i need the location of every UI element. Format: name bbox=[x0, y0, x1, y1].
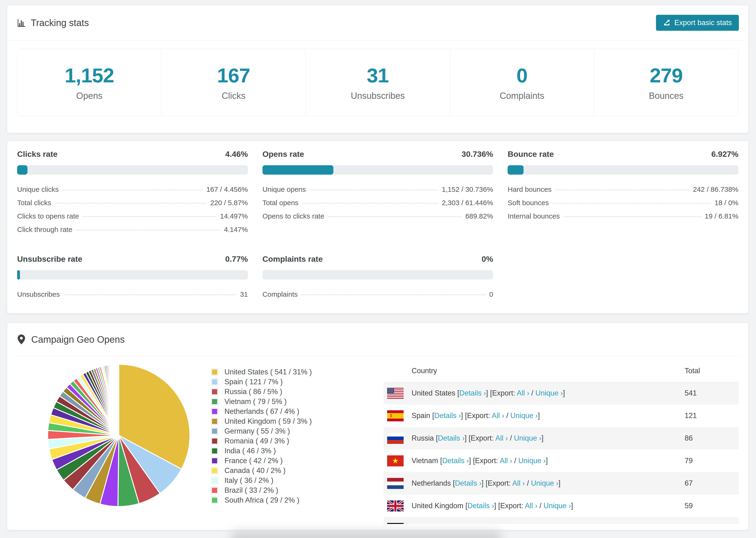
pie-svg[interactable] bbox=[46, 363, 191, 508]
dotted-leader bbox=[555, 190, 689, 190]
export-unique-link[interactable]: Unique › bbox=[544, 502, 571, 510]
export-basic-stats-button[interactable]: Export basic stats bbox=[656, 15, 739, 31]
legend-item-brazil[interactable]: Brazil ( 33 / 2% ) bbox=[211, 485, 312, 495]
legend-item-united-states[interactable]: United States ( 541 / 31% ) bbox=[211, 367, 312, 377]
row-total: 121 bbox=[685, 411, 739, 420]
stat-clicks-value: 167 bbox=[217, 64, 250, 87]
legend-swatch bbox=[211, 418, 218, 425]
clicks-rate-section: Clicks rate 4.46% Unique clicks167 / 4.4… bbox=[17, 149, 248, 239]
legend-swatch bbox=[211, 477, 218, 484]
legend-item-united-kingdom[interactable]: United Kingdom ( 59 / 3% ) bbox=[211, 416, 312, 426]
tracking-stats-header: Tracking stats Export basic stats bbox=[7, 5, 748, 40]
export-unique-link[interactable]: Unique › bbox=[531, 479, 558, 487]
stat-opens-value: 1,152 bbox=[65, 64, 114, 87]
details-link[interactable]: Details › bbox=[442, 457, 469, 465]
table-row-vietnam: Vietnam [Details ›] [Export: All › / Uni… bbox=[384, 450, 739, 472]
clicks-rate-value: 4.46% bbox=[225, 149, 248, 159]
table-row-spain: Spain [Details ›] [Export: All › / Uniqu… bbox=[384, 404, 739, 427]
dotted-leader bbox=[301, 295, 486, 295]
metric-row: Unique clicks167 / 4.456% bbox=[17, 186, 248, 199]
dotted-leader bbox=[328, 216, 461, 217]
stat-bounces: 279 Bounces bbox=[594, 49, 738, 116]
legend-item-canada[interactable]: Canada ( 40 / 2% ) bbox=[211, 466, 312, 476]
bounce-rate-value: 6.927% bbox=[711, 149, 738, 159]
stat-bounces-value: 279 bbox=[650, 64, 683, 87]
bounce-rate-progress bbox=[508, 165, 738, 175]
table-row-united-states: United States [Details ›] [Export: All ›… bbox=[384, 382, 739, 404]
export-all-link[interactable]: All › bbox=[492, 411, 504, 420]
stat-clicks: 167 Clicks bbox=[161, 49, 305, 116]
export-icon bbox=[663, 19, 671, 27]
complaints-rate-progress bbox=[262, 270, 493, 280]
details-link[interactable]: Details › bbox=[434, 411, 461, 420]
unsubscribe-rate-progress bbox=[17, 270, 248, 280]
bar-chart-icon bbox=[17, 18, 26, 27]
legend-swatch bbox=[211, 428, 218, 435]
legend-item-south-africa[interactable]: South Africa ( 29 / 2% ) bbox=[211, 495, 312, 505]
legend-item-germany[interactable]: Germany ( 55 / 3% ) bbox=[211, 426, 312, 436]
export-all-link[interactable]: All › bbox=[495, 434, 508, 442]
dotted-leader bbox=[63, 190, 203, 190]
legend-item-italy[interactable]: Italy ( 36 / 2% ) bbox=[211, 476, 312, 485]
dotted-leader bbox=[564, 216, 701, 217]
opens-rate-section: Opens rate 30.736% Unique opens1,152 / 3… bbox=[262, 149, 493, 239]
row-total: 79 bbox=[685, 457, 739, 465]
table-row-russia: Russia [Details ›] [Export: All › / Uniq… bbox=[384, 427, 739, 450]
metric-row: Opens to clicks rate689.82% bbox=[262, 212, 493, 226]
bottom-overlay-shadow bbox=[231, 531, 501, 538]
dotted-leader bbox=[55, 203, 206, 203]
us-flag bbox=[387, 388, 404, 399]
legend-item-vietnam[interactable]: Vietnam ( 79 / 5% ) bbox=[211, 397, 312, 406]
geo-table-header: Country Total bbox=[384, 360, 739, 382]
map-pin-icon bbox=[17, 334, 26, 345]
russia-flag bbox=[387, 433, 404, 444]
legend-swatch bbox=[211, 378, 218, 385]
stat-unsubscribes: 31 Unsubscribes bbox=[305, 49, 450, 116]
stat-complaints-label: Complaints bbox=[500, 91, 544, 101]
opens-rate-progress bbox=[262, 165, 493, 175]
unsubscribe-rate-progress-fill bbox=[17, 270, 20, 280]
legend-swatch bbox=[211, 368, 218, 376]
export-unique-link[interactable]: Unique › bbox=[535, 389, 563, 397]
export-all-link[interactable]: All › bbox=[525, 502, 537, 510]
summary-stats-row: 1,152 Opens 167 Clicks 31 Unsubscribes 0… bbox=[17, 49, 738, 116]
dotted-leader bbox=[82, 216, 216, 217]
dotted-leader bbox=[64, 295, 237, 295]
export-all-link[interactable]: All › bbox=[517, 389, 529, 397]
stat-opens: 1,152 Opens bbox=[17, 49, 161, 116]
export-all-link[interactable]: All › bbox=[500, 457, 512, 465]
column-header-country: Country bbox=[411, 367, 685, 375]
vietnam-flag bbox=[387, 456, 404, 466]
details-link[interactable]: Details › bbox=[438, 434, 465, 442]
legend-item-france[interactable]: France ( 42 / 2% ) bbox=[211, 456, 312, 466]
legend-swatch bbox=[211, 408, 218, 415]
legend-swatch bbox=[211, 398, 218, 405]
clicks-rate-progress-fill bbox=[17, 165, 27, 175]
clicks-rate-title: Clicks rate bbox=[17, 149, 58, 159]
stat-complaints-value: 0 bbox=[516, 64, 527, 87]
metric-row: Unsubscribes31 bbox=[17, 290, 248, 304]
legend-item-russia[interactable]: Russia ( 86 / 5% ) bbox=[211, 387, 312, 397]
table-row-netherlands: Netherlands [Details ›] [Export: All › /… bbox=[384, 472, 739, 495]
export-unique-link[interactable]: Unique › bbox=[514, 434, 541, 442]
metric-row: Hard bounces242 / 86.738% bbox=[508, 186, 738, 199]
opens-rate-title: Opens rate bbox=[262, 149, 304, 159]
legend-item-spain[interactable]: Spain ( 121 / 7% ) bbox=[211, 377, 312, 387]
legend-item-netherlands[interactable]: Netherlands ( 67 / 4% ) bbox=[211, 406, 312, 416]
export-unique-link[interactable]: Unique › bbox=[518, 457, 546, 465]
dotted-leader bbox=[302, 203, 438, 203]
dotted-leader bbox=[310, 190, 438, 190]
export-all-link[interactable]: All › bbox=[512, 479, 525, 487]
germany-flag bbox=[387, 523, 404, 524]
metric-row: Soft bounces18 / 0% bbox=[508, 199, 738, 212]
details-link[interactable]: Details › bbox=[459, 389, 486, 397]
details-link[interactable]: Details › bbox=[467, 502, 494, 510]
export-unique-link[interactable]: Unique › bbox=[511, 411, 538, 420]
legend-item-india[interactable]: India ( 46 / 3% ) bbox=[211, 446, 312, 456]
legend-item-romania[interactable]: Romania ( 49 / 3% ) bbox=[211, 436, 312, 446]
geo-pie-chart[interactable] bbox=[46, 363, 191, 508]
unsubscribe-rate-title: Unsubscribe rate bbox=[17, 254, 82, 264]
stat-bounces-label: Bounces bbox=[649, 91, 683, 101]
details-link[interactable]: Details › bbox=[455, 479, 482, 487]
tracking-stats-card: Tracking stats Export basic stats 1,152 … bbox=[7, 5, 748, 133]
